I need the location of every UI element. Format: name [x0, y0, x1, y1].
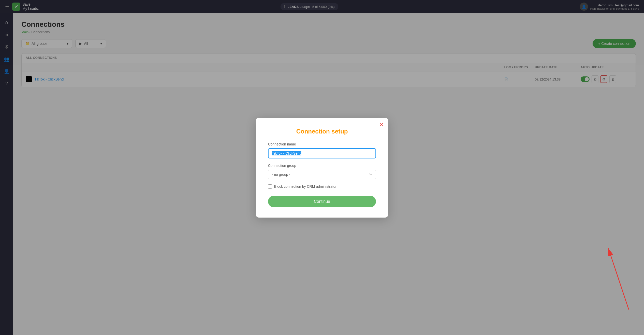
modal-overlay: × Connection setup Connection name Conne…	[0, 0, 644, 335]
connection-name-label: Connection name	[268, 142, 376, 146]
modal-title: Connection setup	[268, 128, 376, 135]
connection-group-select[interactable]: - no group -	[268, 170, 376, 179]
modal-close-button[interactable]: ×	[380, 122, 383, 127]
connection-name-group: Connection name	[268, 142, 376, 158]
continue-button[interactable]: Continue	[268, 196, 376, 207]
block-connection-label: Block connection by CRM administrator	[274, 184, 337, 189]
connection-setup-modal: × Connection setup Connection name Conne…	[256, 118, 388, 218]
connection-group-label: Connection group	[268, 164, 376, 168]
block-connection-checkbox[interactable]	[268, 184, 272, 189]
connection-group-group: Connection group - no group -	[268, 164, 376, 179]
block-connection-group: Block connection by CRM administrator	[268, 184, 376, 189]
connection-name-input[interactable]	[268, 148, 376, 158]
